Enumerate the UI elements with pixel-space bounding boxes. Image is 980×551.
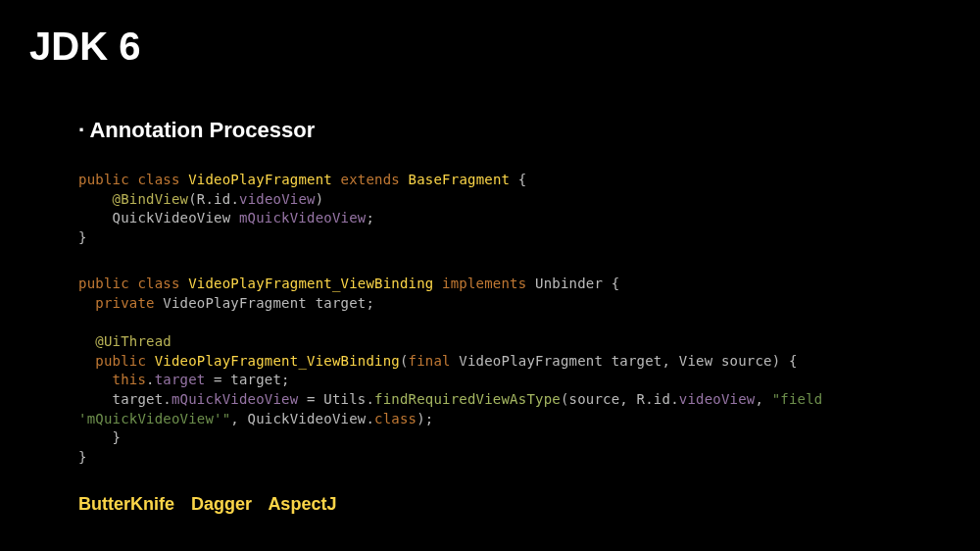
- field-name: target: [316, 295, 367, 311]
- class-name: VideoPlayFragment_ViewBinding: [188, 276, 433, 291]
- field-ref: mQuickVideoView: [172, 391, 298, 407]
- string-literal: 'mQuickVideoView'": [78, 411, 230, 426]
- annotation: @BindView: [113, 191, 189, 207]
- dot: .: [230, 191, 239, 207]
- id-ref: id: [214, 191, 230, 207]
- indent: [78, 333, 95, 349]
- slide-subtitle: · Annotation Processor: [78, 118, 951, 143]
- view-id: videoView: [679, 391, 756, 407]
- utils-ref: Utils: [323, 391, 366, 407]
- assign: = target;: [205, 372, 289, 387]
- class-ref: QuickVideoView: [248, 411, 367, 426]
- interface-name: Unbinder: [535, 276, 603, 291]
- indent: [78, 295, 95, 311]
- code-block-1: public class VideoPlayFragment extends B…: [78, 171, 951, 247]
- dot: .: [163, 391, 172, 407]
- paren-brace: ) {: [772, 353, 798, 369]
- brace: }: [78, 229, 87, 245]
- keyword-extends: extends: [341, 172, 400, 187]
- field-type: QuickVideoView: [113, 210, 231, 225]
- comma: ,: [662, 353, 678, 369]
- slide-title: JDK 6: [29, 25, 951, 69]
- paren: (: [400, 353, 409, 369]
- id-ref: id: [654, 391, 670, 407]
- constructor-name: VideoPlayFragment_ViewBinding: [155, 353, 400, 369]
- class-name: VideoPlayFragment: [188, 172, 332, 187]
- lib-butterknife: ButterKnife: [78, 494, 174, 514]
- args: (source,: [561, 391, 637, 407]
- r-ref: R: [637, 391, 646, 407]
- semi: ;: [366, 210, 374, 225]
- lib-dagger: Dagger: [191, 494, 252, 514]
- string-literal: "field: [772, 391, 831, 407]
- annotation: @UiThread: [95, 333, 172, 349]
- dot: .: [205, 191, 214, 207]
- keyword-class: class: [137, 276, 179, 291]
- comma: ,: [230, 411, 247, 426]
- param-name: target: [612, 353, 662, 369]
- keyword-final: final: [409, 353, 451, 369]
- indent: [78, 191, 113, 207]
- keyword-implements: implements: [442, 276, 526, 291]
- dot: .: [146, 372, 155, 387]
- indent: [78, 372, 113, 387]
- brace: }: [113, 429, 122, 445]
- keyword-public: public: [78, 172, 129, 187]
- lib-aspectj: AspectJ: [268, 494, 336, 514]
- indent: [78, 391, 113, 407]
- dot: .: [366, 411, 374, 426]
- keyword-private: private: [95, 295, 154, 311]
- method-call: findRequiredViewAsType: [374, 391, 561, 407]
- keyword-public: public: [78, 276, 129, 291]
- comma: ,: [755, 391, 771, 407]
- space: [230, 210, 239, 225]
- indent: [78, 429, 113, 445]
- keyword-class: class: [137, 172, 179, 187]
- paren: ): [316, 191, 324, 207]
- indent: [78, 210, 113, 225]
- field-name: mQuickVideoView: [239, 210, 366, 225]
- keyword-class-lit: class: [374, 411, 416, 426]
- keyword-public: public: [95, 353, 146, 369]
- var-ref: target: [113, 391, 164, 407]
- brace: }: [78, 449, 87, 465]
- field-type: VideoPlayFragment: [163, 295, 307, 311]
- paren: (: [188, 191, 197, 207]
- param-type: View: [679, 353, 713, 369]
- slide: JDK 6 · Annotation Processor public clas…: [0, 0, 980, 551]
- dot: .: [645, 391, 654, 407]
- libraries-list: ButterKnife Dagger AspectJ: [78, 494, 951, 515]
- dot: .: [366, 391, 374, 407]
- indent: [78, 353, 95, 369]
- param-name: source: [721, 353, 772, 369]
- close: );: [416, 411, 433, 426]
- view-id: videoView: [239, 191, 316, 207]
- brace: {: [603, 276, 619, 291]
- assign: =: [298, 391, 323, 407]
- dot: .: [670, 391, 679, 407]
- field-ref: target: [155, 372, 206, 387]
- code-block-2: public class VideoPlayFragment_ViewBindi…: [78, 275, 951, 467]
- semi: ;: [366, 295, 374, 311]
- keyword-this: this: [113, 372, 147, 387]
- brace: {: [510, 172, 526, 187]
- param-type: VideoPlayFragment: [459, 353, 603, 369]
- base-class: BaseFragment: [409, 172, 511, 187]
